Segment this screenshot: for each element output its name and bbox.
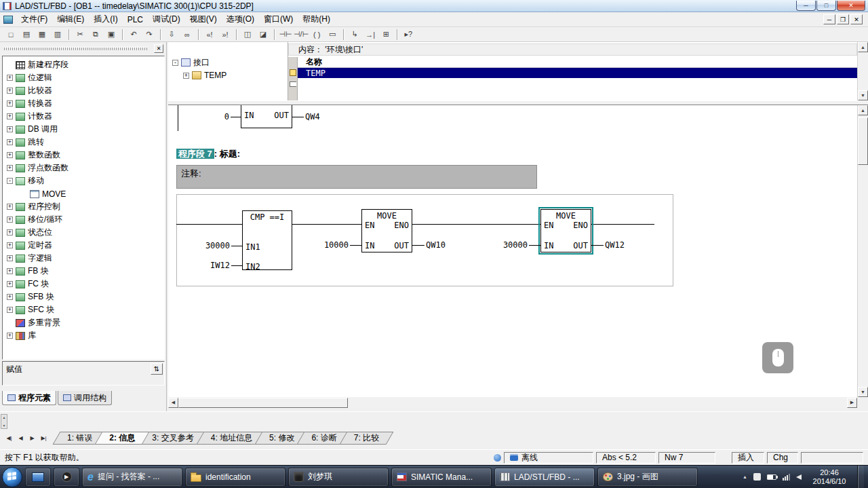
tab-call-structure[interactable]: 调用结构 (58, 391, 112, 405)
new-network-button[interactable]: ⊞ (378, 28, 393, 41)
empty-box-button[interactable]: ▭ (325, 28, 340, 41)
editor-horizontal-scrollbar[interactable]: ◀ ▶ (168, 397, 857, 408)
tab-nav-first-button[interactable]: ◀| (3, 432, 15, 444)
tab-nav-prev-button[interactable]: ◀ (15, 432, 26, 444)
operand-value[interactable]: IW12 (199, 261, 230, 270)
contact-nc-button[interactable]: ⊣/⊢ (294, 28, 309, 41)
open-button[interactable]: ▤ (19, 28, 34, 41)
sidebar-item-shift-rotate[interactable]: + 移位/循环 (3, 213, 164, 226)
operand-value[interactable]: 30000 (496, 240, 528, 250)
new-button[interactable]: □ (3, 28, 18, 41)
show-desktop-button[interactable] (857, 466, 864, 488)
operand-value[interactable]: 10000 (317, 240, 349, 250)
menu-file[interactable]: 文件(F) (16, 12, 52, 27)
taskbar-liumengqi-button[interactable]: 刘梦琪 (288, 468, 389, 487)
undo-button[interactable]: ↶ (126, 28, 141, 41)
scroll-down-button[interactable]: ▼ (858, 387, 868, 397)
declaration-row-temp[interactable]: TEMP (298, 68, 857, 78)
panel-grip-handle[interactable] (4, 47, 148, 50)
expander-icon[interactable]: - (172, 60, 178, 66)
interface-tree-temp[interactable]: + TEMP (183, 70, 226, 81)
scrollbar-thumb[interactable] (178, 398, 348, 408)
expander-icon[interactable]: + (7, 113, 13, 119)
cmp-block[interactable]: CMP ==I IN1 IN2 (242, 210, 292, 270)
tab-address-info[interactable]: 4: 地址信息 (200, 432, 263, 445)
start-button[interactable] (2, 467, 22, 487)
overview-window-button[interactable]: ◫ (240, 28, 255, 41)
close-branch-button[interactable]: →| (363, 28, 378, 41)
battery-icon[interactable] (767, 474, 776, 480)
tray-expand-button[interactable]: ▲ (743, 474, 747, 479)
menu-plc[interactable]: PLC (123, 13, 148, 26)
expander-icon[interactable]: + (183, 73, 189, 79)
scroll-down-button[interactable]: ▼ (858, 90, 868, 100)
menu-insert[interactable]: 插入(I) (89, 12, 122, 27)
move-block-1[interactable]: MOVE EN ENO IN OUT (361, 209, 412, 252)
scroll-up-button[interactable]: ▲ (858, 105, 868, 115)
assignment-sort-button[interactable]: ⇅ (151, 363, 163, 375)
download-button[interactable]: ⇩ (164, 28, 179, 41)
taskbar-paint-button[interactable]: 3.jpg - 画图 (597, 468, 698, 487)
move-block-2-selected[interactable]: MOVE EN ENO IN OUT (540, 209, 591, 252)
sidebar-item-timers[interactable]: + 定时器 (3, 239, 164, 252)
expander-icon[interactable]: + (7, 126, 13, 132)
operand-value[interactable]: QW4 (305, 112, 320, 121)
expander-icon[interactable]: + (7, 165, 13, 171)
network-comment-box[interactable]: 注释: (176, 165, 537, 189)
tab-nav-last-button[interactable]: ▶| (38, 432, 50, 444)
maximize-button[interactable]: □ (816, 1, 836, 11)
menu-edit[interactable]: 编辑(E) (52, 12, 89, 27)
tab-program-elements[interactable]: 程序元素 (2, 391, 56, 405)
mdi-restore-button[interactable]: ❐ (837, 14, 849, 24)
menu-options[interactable]: 选项(O) (222, 12, 259, 27)
expander-icon[interactable]: + (7, 152, 13, 158)
partial-block[interactable]: IN OUT (241, 105, 292, 128)
next-error-button[interactable]: »! (218, 28, 233, 41)
mdi-minimize-button[interactable]: ─ (823, 14, 835, 24)
expander-icon[interactable]: + (7, 281, 13, 287)
help-cursor-button[interactable]: ▸? (401, 28, 416, 41)
scroll-left-button[interactable]: ◀ (168, 398, 178, 408)
scroll-down-button[interactable]: ▼ (3, 424, 6, 428)
scroll-up-button[interactable]: ▲ (858, 42, 868, 52)
sidebar-item-move-instruction[interactable]: MOVE (3, 187, 164, 200)
sidebar-item-converter[interactable]: + 转换器 (3, 97, 164, 110)
save-button[interactable]: ▦ (35, 28, 50, 41)
expander-icon[interactable]: + (7, 255, 13, 261)
prev-error-button[interactable]: «! (202, 28, 217, 41)
sidebar-item-new-network[interactable]: 新建程序段 (3, 58, 164, 71)
mdi-close-button[interactable]: ✕ (850, 14, 863, 24)
scrollbar-thumb[interactable] (858, 117, 868, 165)
scroll-up-button[interactable]: ▲ (3, 415, 6, 419)
expander-icon[interactable]: + (7, 268, 13, 274)
network-number-highlight[interactable]: 程序段 7 (176, 149, 214, 159)
operand-value[interactable]: 30000 (199, 241, 230, 250)
editor-vertical-scrollbar[interactable]: ▲ ▼ (857, 105, 868, 397)
paste-button[interactable]: ▣ (104, 28, 119, 41)
expander-icon[interactable]: + (7, 229, 13, 236)
expander-icon[interactable]: + (7, 75, 13, 81)
network-icon[interactable] (783, 474, 790, 481)
cut-button[interactable]: ✂ (73, 28, 87, 41)
sidebar-item-db-call[interactable]: + DB 调用 (3, 123, 164, 136)
sidebar-item-sfb-blocks[interactable]: + SFB 块 (3, 290, 164, 303)
sidebar-item-multi-instance[interactable]: 多重背景 (3, 316, 164, 329)
mdi-window-icon[interactable] (3, 16, 13, 24)
taskbar-ie-button[interactable]: e 提问 - 找答案 - ... (82, 468, 182, 487)
sidebar-item-fc-blocks[interactable]: + FC 块 (3, 278, 164, 290)
coil-button[interactable]: ( ) (309, 28, 324, 41)
menu-view[interactable]: 视图(V) (185, 12, 222, 27)
sidebar-item-counter[interactable]: + 计数器 (3, 110, 164, 123)
expander-icon[interactable]: + (7, 139, 13, 145)
panel-close-button[interactable]: ✕ (154, 44, 163, 53)
operand-value[interactable]: QW12 (605, 240, 625, 250)
sidebar-item-sfc-blocks[interactable]: + SFC 块 (3, 303, 164, 316)
message-scrollbar[interactable]: ▲ ▼ (1, 414, 7, 429)
menu-window[interactable]: 窗口(W) (259, 12, 298, 27)
tab-info[interactable]: 2: 信息 (98, 432, 146, 445)
declaration-scrollbar[interactable]: ▲ ▼ (857, 42, 868, 100)
expander-icon[interactable]: + (7, 100, 13, 107)
close-button[interactable]: ✕ (837, 1, 865, 11)
taskbar-clock[interactable]: 20:46 2014/6/10 (808, 468, 851, 486)
expander-icon[interactable]: - (7, 178, 13, 184)
